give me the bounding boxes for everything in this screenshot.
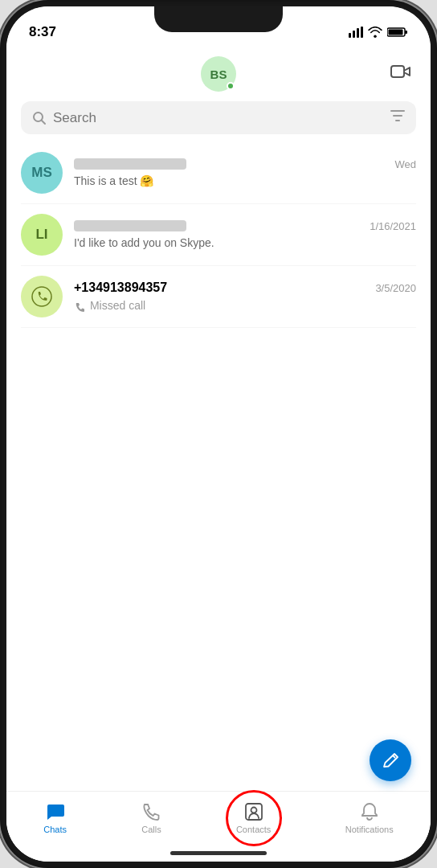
chat-avatar-phone [21, 276, 63, 317]
chat-date-2: 1/16/2021 [370, 220, 416, 232]
status-icons [349, 27, 408, 38]
nav-item-calls[interactable]: Calls [128, 798, 174, 837]
online-indicator [227, 82, 235, 90]
nav-label-chats: Chats [43, 825, 67, 834]
chat-name-blurred-2 [74, 220, 186, 231]
svg-rect-7 [391, 66, 404, 77]
chat-avatar-ms: MS [21, 152, 63, 194]
svg-rect-5 [405, 31, 407, 34]
svg-rect-10 [246, 804, 262, 820]
chat-date-1: Wed [395, 158, 417, 170]
nav-label-contacts: Contacts [236, 825, 271, 834]
chat-item-1[interactable]: MS Wed This is a test 🤗 [21, 142, 416, 204]
contacts-icon [243, 801, 264, 822]
chat-item-2[interactable]: LI 1/16/2021 I'd like to add you on Skyp… [21, 204, 416, 266]
header: BS [6, 47, 431, 101]
calls-icon [141, 801, 161, 822]
search-input[interactable] [53, 110, 390, 126]
wifi-icon [368, 27, 382, 38]
phone-frame: 8:37 [0, 0, 437, 868]
chat-name-3: +134913894357 [74, 280, 167, 295]
nav-item-notifications[interactable]: Notifications [333, 798, 406, 837]
svg-rect-2 [357, 28, 359, 38]
user-avatar[interactable]: BS [201, 56, 236, 92]
chat-name-blurred-1 [74, 158, 186, 170]
notch [154, 6, 283, 32]
chat-list: MS Wed This is a test 🤗 LI [6, 142, 431, 791]
video-call-button[interactable] [390, 63, 411, 84]
svg-rect-6 [389, 30, 403, 35]
status-time: 8:37 [29, 24, 56, 40]
chat-date-3: 3/5/2020 [375, 282, 416, 294]
chat-message-2: I'd like to add you on Skype. [74, 236, 214, 249]
nav-item-chats[interactable]: Chats [31, 798, 80, 837]
nav-item-contacts[interactable]: Contacts [223, 798, 284, 837]
svg-rect-0 [349, 33, 351, 38]
svg-rect-1 [353, 31, 355, 38]
battery-icon [387, 27, 408, 38]
chat-content-2: 1/16/2021 I'd like to add you on Skype. [74, 220, 416, 250]
chat-content-1: Wed This is a test 🤗 [74, 158, 416, 188]
phone-screen: 8:37 [6, 6, 431, 862]
chat-avatar-li: LI [21, 214, 63, 256]
search-icon [32, 111, 47, 125]
chats-icon [45, 801, 66, 822]
chat-item-3[interactable]: +134913894357 3/5/2020 Missed call [21, 266, 416, 328]
chat-message-1: This is a test 🤗 [74, 174, 153, 187]
svg-point-9 [32, 287, 51, 306]
missed-call-label: Missed call [90, 299, 145, 312]
new-chat-fab[interactable] [370, 739, 411, 781]
chat-message-3: Missed call [74, 299, 145, 312]
notifications-icon [359, 801, 380, 822]
svg-rect-3 [361, 27, 363, 38]
chat-content-3: +134913894357 3/5/2020 Missed call [74, 280, 416, 313]
home-indicator [170, 851, 267, 855]
signal-icon [349, 27, 363, 38]
filter-icon[interactable] [390, 109, 405, 126]
search-bar[interactable] [21, 101, 416, 134]
nav-label-notifications: Notifications [345, 825, 394, 834]
nav-label-calls: Calls [141, 825, 161, 834]
svg-point-11 [251, 808, 256, 813]
